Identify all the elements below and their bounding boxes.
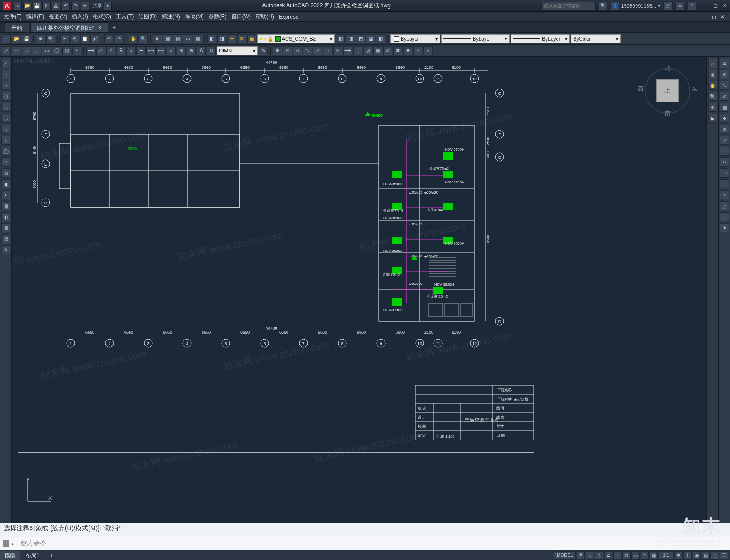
status-grid-icon[interactable]: # (577, 551, 585, 560)
status-ortho-icon[interactable]: □ (595, 551, 603, 560)
tb-print-icon[interactable]: 🖶 (36, 34, 45, 43)
dimstyle-combo[interactable]: DIMN ▾ (217, 46, 258, 55)
mod-rotate2-icon[interactable]: ↻ (720, 125, 729, 134)
layout1-tab[interactable]: 布局1 (21, 551, 44, 560)
draw-polygon-icon[interactable]: ⬠ (1, 92, 10, 101)
menu-insert[interactable]: 插入(I) (72, 13, 88, 21)
tb-layers-icon[interactable]: ◧ (207, 34, 216, 43)
search-icon[interactable]: 🔍 (599, 1, 608, 10)
mod-mirror2-icon[interactable]: ⇋ (720, 81, 729, 90)
draw-xline-icon[interactable]: ⟋ (1, 70, 10, 79)
nav-wheel-icon[interactable]: ◎ (708, 70, 717, 79)
close-button[interactable]: ✕ (721, 3, 728, 9)
tb-props-icon[interactable]: ≡ (153, 34, 162, 43)
viewcube-south[interactable]: 南 (665, 110, 671, 118)
draw-hatch2-icon[interactable]: ▨ (1, 201, 10, 210)
menu-draw[interactable]: 绘图(D) (138, 13, 157, 21)
linetype-combo[interactable]: ByLayer ▾ (441, 34, 510, 43)
doc-minimize-icon[interactable]: — (704, 14, 710, 20)
qat-share-label[interactable]: 共享 (92, 2, 102, 9)
drawing-canvas[interactable]: [-][俯视][二维线框] 知末网 www.znzmo.com 知末网 www.… (12, 57, 706, 523)
tab-drawing[interactable]: 四川某办公楼空调图纸* × (30, 22, 108, 32)
tb-layer-merge-icon[interactable]: ◧ (376, 34, 385, 43)
status-3dosnap-icon[interactable]: □ (622, 551, 631, 560)
model-tab[interactable]: 模型 (0, 551, 20, 560)
draw-ellipse2-icon[interactable]: ◯ (1, 147, 10, 156)
mod-array-icon[interactable]: ▦ (373, 46, 382, 55)
dim-angular-icon[interactable]: ∠ (106, 46, 115, 55)
help-search-input[interactable]: 键入关键字或短语 (541, 2, 596, 10)
draw-circle2-icon[interactable]: ○ (1, 125, 10, 134)
tb-undo-icon[interactable]: ↶ (104, 34, 114, 43)
status-isolate-icon[interactable]: ▤ (702, 551, 710, 560)
help-icon[interactable]: ? (687, 1, 696, 10)
status-osnap-icon[interactable]: + (613, 551, 621, 560)
user-dropdown-icon[interactable]: ▾ (658, 3, 661, 9)
mod-copy2-icon[interactable]: ⎘ (720, 70, 729, 79)
mod-offset2-icon[interactable]: ⊂ (720, 92, 729, 101)
status-monitor-icon[interactable]: ◉ (693, 551, 701, 560)
mod-fillet2-icon[interactable]: ◟ (720, 212, 729, 221)
tb-layer-off-icon[interactable]: ☀ (227, 34, 236, 43)
qat-dropdown-icon[interactable]: ▾ (104, 2, 112, 10)
tb-layer-walk-icon[interactable]: ◪ (366, 34, 375, 43)
layer-combo[interactable]: ●☀🔓 ACS_COM_BZ ▾ (257, 34, 335, 43)
mod-break-icon[interactable]: ╌ (413, 46, 422, 55)
tab-new-button[interactable]: + (109, 22, 119, 32)
mod-offset-icon[interactable]: ⊂ (383, 46, 392, 55)
status-polar-icon[interactable]: ∠ (604, 551, 612, 560)
status-transparency-icon[interactable]: ▦ (650, 551, 658, 560)
status-annovisibility-icon[interactable]: ✲ (674, 551, 683, 560)
mod-stretch2-icon[interactable]: ↔ (720, 147, 729, 156)
nav-orbit-icon[interactable]: ⟲ (708, 103, 717, 112)
menu-window[interactable]: 窗口(W) (231, 13, 251, 21)
dim-update-icon[interactable]: ↻ (207, 46, 216, 55)
mod-join-icon[interactable]: ⟡ (423, 46, 433, 55)
doc-close-icon[interactable]: ✕ (720, 14, 726, 20)
mod-join2-icon[interactable]: ⟡ (720, 190, 729, 199)
tb-tool-icon[interactable]: ▤ (173, 34, 182, 43)
mod-array2-icon[interactable]: ▦ (720, 103, 729, 112)
mod-extend-icon[interactable]: ⟶ (343, 46, 352, 55)
tab-start[interactable]: 开始 (5, 22, 29, 32)
draw-line-icon[interactable]: ／ (2, 46, 11, 55)
color-combo[interactable]: ByLayer ▾ (390, 34, 440, 43)
cart-icon[interactable]: 🛒 (663, 1, 673, 10)
qat-open-icon[interactable]: 📂 (23, 2, 31, 10)
draw-ellipse-icon[interactable]: ◯ (52, 46, 61, 55)
menu-modify[interactable]: 修改(M) (185, 13, 204, 21)
minimize-button[interactable]: — (703, 3, 710, 9)
mod-move-icon[interactable]: ✥ (273, 46, 282, 55)
mod-scale2-icon[interactable]: ⤢ (720, 136, 729, 145)
draw-spline-icon[interactable]: ∿ (1, 136, 10, 145)
tb-redo-icon[interactable]: ↷ (115, 34, 124, 43)
draw-gradient-icon[interactable]: ◐ (1, 212, 10, 221)
maximize-button[interactable]: ◻ (712, 3, 719, 9)
mod-rotate-icon[interactable]: ↻ (293, 46, 302, 55)
draw-pline-icon[interactable]: 〰 (12, 46, 21, 55)
command-input[interactable]: ▸_ 键入命令 (0, 537, 730, 550)
dim-radius-icon[interactable]: R (116, 46, 125, 55)
tb-cut-icon[interactable]: ✂ (60, 34, 69, 43)
status-hw-icon[interactable]: ⬚ (711, 551, 719, 560)
menu-help[interactable]: 帮助(H) (256, 13, 274, 21)
mod-copy-icon[interactable]: ⎘ (283, 46, 292, 55)
qat-new-icon[interactable]: ▫ (14, 2, 22, 10)
tb-layer-iso-icon[interactable]: ◨ (346, 34, 355, 43)
qat-share-icon[interactable]: ✈ (81, 2, 89, 10)
mod-break2-icon[interactable]: ╌ (720, 179, 729, 188)
draw-rect2-icon[interactable]: ▭ (1, 103, 10, 112)
menu-param[interactable]: 参数(P) (209, 13, 227, 21)
qat-print-icon[interactable]: 🖶 (52, 2, 60, 10)
tb-layer-state-icon[interactable]: ◨ (217, 34, 226, 43)
draw-text-icon[interactable]: A (1, 245, 10, 254)
dim-ord-icon[interactable]: ⊢ (136, 46, 146, 55)
nav-pan-icon[interactable]: ✋ (708, 81, 717, 90)
mod-trim-icon[interactable]: ✂ (333, 46, 342, 55)
menu-dimension[interactable]: 标注(N) (162, 13, 180, 21)
qat-saveas-icon[interactable]: ⎘ (42, 2, 51, 10)
tb-match-icon[interactable]: 🖌 (90, 34, 99, 43)
draw-rect-icon[interactable]: ▭ (42, 46, 51, 55)
dim-edit-icon[interactable]: A (197, 46, 206, 55)
draw-block-icon[interactable]: ▣ (1, 179, 10, 188)
